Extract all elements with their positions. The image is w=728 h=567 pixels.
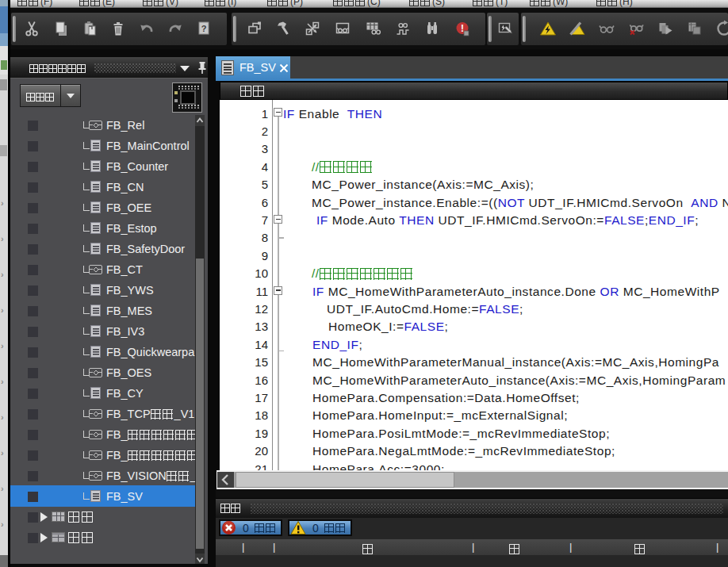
- svg-text:!: !: [461, 23, 464, 34]
- svg-text:?: ?: [201, 24, 207, 33]
